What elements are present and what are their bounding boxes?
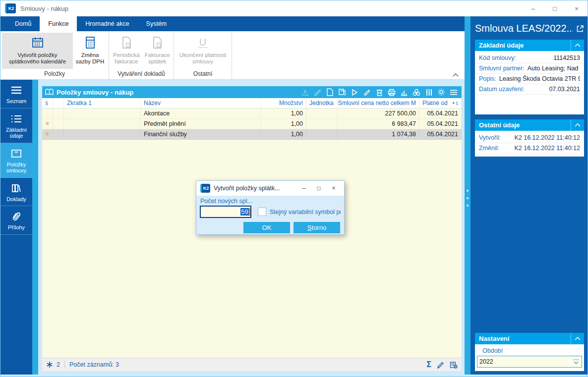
- section-header[interactable]: Ostatní údaje: [475, 119, 584, 131]
- print-icon[interactable]: [388, 88, 396, 96]
- title-bar: K2 Smlouvy - nákup – □ ×: [0, 0, 588, 16]
- copy-icon[interactable]: [338, 88, 346, 96]
- field-label: Popis:: [479, 75, 496, 82]
- run-icon[interactable]: [351, 88, 358, 96]
- row-valid-cell: 05.04.2021: [419, 119, 462, 129]
- quick-edit-icon[interactable]: [437, 361, 444, 369]
- input-selected-text: 59: [240, 208, 248, 215]
- tab-hromadne-akce[interactable]: Hromadné akce: [77, 16, 137, 31]
- dialog-maximize-button[interactable]: □: [311, 185, 326, 192]
- row-flag-cell: [53, 108, 64, 118]
- column-header-jednotka[interactable]: Jednotka: [306, 98, 338, 108]
- field-value: Leasing Škoda Octavia 2TR 9988: [499, 75, 580, 82]
- tab-domu[interactable]: Domů: [6, 16, 40, 31]
- collapse-ribbon-icon[interactable]: [453, 73, 459, 77]
- row-shortcut-cell: [64, 108, 141, 118]
- field-value: K2 16.12.2022 11:40:12: [514, 134, 580, 141]
- delete-icon[interactable]: [375, 88, 383, 96]
- panel-menu-icon[interactable]: [450, 88, 458, 96]
- column-header-flag[interactable]: [53, 98, 64, 108]
- table-row[interactable]: Akontace 1,00 227 500,00 05.04.2021: [42, 108, 462, 119]
- minimize-button[interactable]: –: [522, 0, 544, 16]
- sidebar-item-zakladni-udaje[interactable]: Základní údaje: [0, 108, 32, 143]
- approve-disabled-icon[interactable]: [301, 88, 309, 96]
- new-installments-count-input[interactable]: 59: [200, 206, 251, 218]
- tab-system[interactable]: Systém: [138, 16, 176, 31]
- section-header[interactable]: Základní údaje: [475, 40, 584, 51]
- create-installment-items-button[interactable]: Vytvořit položky splátkového kalendáře: [2, 33, 73, 69]
- dropdown-icon[interactable]: [573, 359, 580, 365]
- cluster-icon[interactable]: [412, 88, 420, 96]
- ribbon-group-vytvareni-dokladu: Periodická fakturace Fakturace splátek V…: [109, 31, 174, 79]
- new-document-icon[interactable]: [326, 88, 334, 96]
- tab-funkce[interactable]: Funkce: [40, 16, 77, 31]
- column-header-s[interactable]: s: [42, 98, 53, 108]
- same-variable-symbol-checkbox[interactable]: [258, 208, 266, 216]
- dialog-minimize-button[interactable]: –: [296, 185, 311, 192]
- panel-toolbar: [301, 88, 458, 96]
- period-combobox[interactable]: 2022: [477, 356, 582, 368]
- table-row-selected[interactable]: ✳ Finanční služby 1,00 1 074,38 05.04.20…: [42, 129, 462, 140]
- sidebar-item-prilohy[interactable]: Přílohy: [0, 206, 32, 235]
- section-header[interactable]: Nastavení: [475, 333, 584, 344]
- columns-icon[interactable]: [425, 88, 433, 96]
- close-button[interactable]: ×: [566, 0, 588, 16]
- sidebar-item-label: Základní údaje: [1, 127, 31, 139]
- document-icon: [121, 35, 132, 50]
- field-label: Datum uzavření:: [479, 86, 525, 93]
- open-external-icon[interactable]: [576, 25, 584, 33]
- row-valid-cell: 05.04.2021: [419, 108, 462, 118]
- row-star-cell: ✳: [42, 129, 53, 139]
- sidebar-accent-strip: [32, 80, 38, 375]
- dialog-title: Vytvořit položky splátk...: [214, 185, 296, 192]
- row-name-cell: Finanční služby: [141, 129, 261, 139]
- chart-icon[interactable]: [400, 88, 408, 96]
- column-header-mnozstvi[interactable]: Množství: [261, 98, 306, 108]
- sidebar-item-polozky-smlouvy[interactable]: Položky smlouvy: [0, 143, 32, 178]
- ok-button[interactable]: OK: [243, 222, 290, 233]
- row-flag-cell: [53, 129, 64, 139]
- chevron-up-icon[interactable]: [571, 333, 584, 344]
- row-star-cell: [42, 108, 53, 118]
- window-bottom-strip: [0, 375, 588, 377]
- maximize-button[interactable]: □: [544, 0, 566, 16]
- column-header-cena[interactable]: Smluvní cena netto celkem M: [338, 98, 419, 108]
- installment-invoicing-button[interactable]: Fakturace splátek: [142, 33, 173, 69]
- divider: [64, 361, 65, 369]
- end-contract-validity-button[interactable]: U Ukončení platnosti smlouvy: [176, 33, 230, 69]
- calculator-icon: [84, 35, 96, 50]
- column-header-zkratka[interactable]: Zkratka 1: [64, 98, 141, 108]
- sidebar-item-seznam[interactable]: Seznam: [0, 80, 32, 108]
- text-caret: [249, 208, 250, 216]
- chevron-up-icon[interactable]: [571, 40, 584, 51]
- chevron-up-icon[interactable]: [571, 119, 584, 131]
- table-row[interactable]: ✳ Předmět plnění 1,00 6 983,47 05.04.202…: [42, 119, 462, 129]
- storno-button[interactable]: Storno: [294, 222, 340, 233]
- sidebar-item-label: Seznam: [6, 98, 26, 105]
- edit-icon[interactable]: [363, 88, 371, 96]
- change-vat-rate-button[interactable]: Změna sazby DPH: [73, 33, 107, 69]
- field-row: Popis: Leasing Škoda Octavia 2TR 9988: [475, 74, 584, 84]
- detail-panel: Smlouva LEAS/2022... Základní údaje Kód …: [470, 16, 588, 375]
- row-price-cell: 1 074,38: [338, 129, 419, 139]
- section-title: Ostatní údaje: [475, 121, 571, 129]
- add-document-icon[interactable]: [450, 361, 458, 369]
- edit-note-disabled-icon[interactable]: [313, 88, 321, 96]
- dialog-close-button[interactable]: ×: [326, 185, 341, 192]
- field-row: Datum uzavření: 07.03.2021: [475, 84, 584, 95]
- field-value: K2 16.12.2022 11:40:12: [514, 145, 580, 152]
- document-icon: [152, 35, 163, 50]
- settings-gear-icon[interactable]: [437, 88, 445, 96]
- period-value: 2022: [479, 358, 573, 365]
- star-filter-icon[interactable]: [46, 361, 53, 368]
- column-header-nazev[interactable]: Název: [141, 98, 261, 108]
- sum-icon[interactable]: Σ: [426, 360, 431, 369]
- panel-splitter[interactable]: [465, 16, 470, 375]
- table-header-row: s Zkratka 1 Název Množství Jednotka Smlu…: [42, 98, 462, 108]
- window-controls: – □ ×: [522, 0, 588, 16]
- star-count: 2: [57, 361, 60, 368]
- field-label: Smluvní partner:: [479, 65, 525, 72]
- column-header-platne-od[interactable]: Platné od ▲1: [419, 98, 462, 108]
- periodic-invoicing-button[interactable]: Periodická fakturace: [111, 33, 142, 69]
- sidebar-item-doklady[interactable]: Doklady: [0, 178, 32, 207]
